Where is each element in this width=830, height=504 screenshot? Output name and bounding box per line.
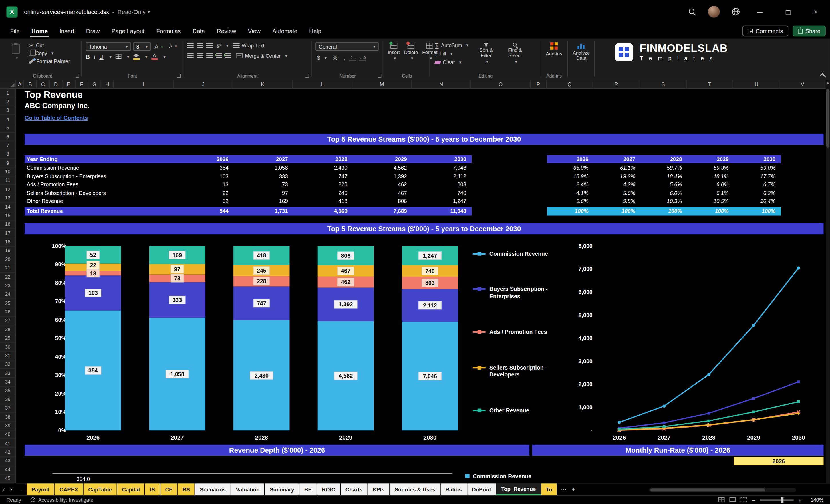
revenue-value-cell[interactable]: 740 bbox=[412, 190, 472, 196]
column-header-O[interactable]: O bbox=[471, 80, 531, 88]
total-revenue-value[interactable]: 7,689 bbox=[353, 208, 412, 214]
increase-indent-icon[interactable] bbox=[225, 54, 231, 58]
legend-item[interactable]: Ads / Promotion Fees bbox=[473, 329, 577, 336]
share-year-header-2026[interactable]: 2026 bbox=[547, 156, 594, 162]
merge-center-button[interactable]: Merge & Center▾ bbox=[234, 52, 289, 59]
year-header-2029[interactable]: 2029 bbox=[353, 156, 412, 162]
share-cell[interactable]: 17.7% bbox=[734, 173, 780, 179]
share-cell[interactable]: 61.1% bbox=[594, 165, 640, 171]
revenue-row-label[interactable]: Other Revenue bbox=[25, 198, 174, 204]
minimize-button[interactable] bbox=[752, 8, 768, 16]
underline-button[interactable]: U bbox=[99, 54, 103, 60]
copy-button[interactable]: Copy▾ bbox=[27, 50, 71, 57]
sheet-tab-dupont[interactable]: DuPont bbox=[467, 483, 496, 495]
more-sheets-icon[interactable]: ⋯ bbox=[557, 483, 569, 495]
ribbon-tab-help[interactable]: Help bbox=[304, 24, 327, 38]
share-cell[interactable]: 9.6% bbox=[547, 198, 594, 204]
revenue-value-cell[interactable]: 806 bbox=[353, 198, 412, 204]
font-dialog-launcher[interactable] bbox=[177, 74, 181, 77]
section-banner-revenue-streams-table[interactable]: Top 5 Revenue Streams ($'000) - 5 years … bbox=[25, 133, 823, 145]
revenue-row-label[interactable]: Sellers Subscription - Developers bbox=[25, 190, 174, 196]
fill-button[interactable]: ↓Fill▾ bbox=[433, 50, 470, 57]
share-total-cell[interactable]: 100% bbox=[594, 208, 640, 214]
close-button[interactable]: × bbox=[807, 8, 823, 16]
decrease-indent-icon[interactable] bbox=[216, 54, 222, 58]
column-header-V[interactable]: V bbox=[780, 80, 825, 88]
insert-cells-button[interactable]: Insert▾ bbox=[386, 42, 401, 63]
comments-button[interactable]: Comments bbox=[742, 26, 788, 36]
sheet-tab-to[interactable]: To bbox=[541, 483, 557, 495]
row-header-19[interactable]: 19 bbox=[0, 247, 15, 255]
share-cell[interactable]: 10.5% bbox=[687, 198, 734, 204]
sheet-tab-bs[interactable]: BS bbox=[178, 483, 195, 495]
revenue-value-cell[interactable]: 169 bbox=[234, 198, 293, 204]
ribbon-tab-home[interactable]: Home bbox=[26, 24, 54, 38]
row-header-24[interactable]: 24 bbox=[0, 290, 15, 299]
report-title[interactable]: Top Revenue bbox=[25, 89, 83, 100]
revenue-value-cell[interactable]: 73 bbox=[234, 181, 293, 187]
vertical-scrollbar-thumb[interactable] bbox=[826, 89, 829, 148]
share-year-header-2028[interactable]: 2028 bbox=[641, 156, 687, 162]
vertical-scrollbar[interactable] bbox=[826, 80, 830, 483]
revenue-value-cell[interactable]: 2,430 bbox=[293, 165, 353, 171]
revenue-value-cell[interactable]: 354 bbox=[174, 165, 234, 171]
user-avatar[interactable] bbox=[708, 6, 720, 18]
ribbon-tab-automate[interactable]: Automate bbox=[266, 24, 303, 38]
column-header-F[interactable]: F bbox=[75, 80, 88, 88]
find-select-button[interactable]: Find & Select▾ bbox=[502, 42, 528, 66]
sheet-tab-ratios[interactable]: Ratios bbox=[441, 483, 467, 495]
orientation-icon[interactable]: ab bbox=[215, 42, 222, 49]
align-left-icon[interactable] bbox=[187, 54, 193, 58]
revenue-value-cell[interactable]: 97 bbox=[234, 190, 293, 196]
row-header-15[interactable]: 15 bbox=[0, 211, 15, 220]
column-header-H[interactable]: H bbox=[101, 80, 114, 88]
column-header-E[interactable]: E bbox=[63, 80, 75, 88]
share-cell[interactable]: 18.1% bbox=[687, 173, 734, 179]
column-header-L[interactable]: L bbox=[293, 80, 352, 88]
page-layout-view-button[interactable] bbox=[730, 497, 736, 502]
normal-view-button[interactable] bbox=[718, 497, 725, 502]
scroll-up-icon[interactable]: ▲ bbox=[826, 81, 829, 84]
share-cell[interactable]: 59.3% bbox=[687, 165, 734, 171]
zoom-level[interactable]: 140% bbox=[806, 497, 824, 503]
paste-button[interactable]: ▾ bbox=[7, 42, 24, 65]
revenue-value-cell[interactable]: 7,046 bbox=[412, 165, 472, 171]
ribbon-tab-formulas[interactable]: Formulas bbox=[151, 24, 187, 38]
ribbon-tab-file[interactable]: File bbox=[4, 24, 26, 38]
revenue-value-cell[interactable]: 103 bbox=[174, 173, 234, 179]
align-middle-icon[interactable] bbox=[197, 43, 203, 48]
decrease-font-button[interactable]: A▼ bbox=[167, 43, 179, 50]
row-header-16[interactable]: 16 bbox=[0, 220, 15, 229]
sheet-tab-valuation[interactable]: Valuation bbox=[231, 483, 264, 495]
column-header-T[interactable]: T bbox=[687, 80, 733, 88]
share-button[interactable]: Share bbox=[793, 26, 826, 36]
collapse-ribbon-icon[interactable] bbox=[820, 73, 826, 79]
revenue-value-cell[interactable]: 2,112 bbox=[412, 173, 472, 179]
section-banner-revenue-depth[interactable]: Revenue Depth ($'000) - 2026 bbox=[25, 444, 530, 456]
row-header-4[interactable]: 4 bbox=[0, 115, 15, 124]
row-header-7[interactable]: 7 bbox=[0, 141, 15, 150]
share-cell[interactable]: 6.0% bbox=[641, 190, 687, 196]
row-header-38[interactable]: 38 bbox=[0, 413, 15, 421]
year-header-2027[interactable]: 2027 bbox=[234, 156, 293, 162]
revenue-value-cell[interactable]: 228 bbox=[293, 181, 353, 187]
share-cell[interactable]: 6.0% bbox=[687, 181, 734, 187]
revenue-row-label[interactable]: Buyers Subscription - Enterprises bbox=[25, 173, 174, 179]
row-header-43[interactable]: 43 bbox=[0, 456, 15, 465]
row-header-14[interactable]: 14 bbox=[0, 202, 15, 211]
ribbon-tab-insert[interactable]: Insert bbox=[54, 24, 81, 38]
table-of-contents-link[interactable]: Go to Table of Contents bbox=[25, 115, 88, 121]
row-header-39[interactable]: 39 bbox=[0, 421, 15, 431]
revenue-value-cell[interactable]: 13 bbox=[174, 181, 234, 187]
revenue-value-cell[interactable]: 467 bbox=[353, 190, 412, 196]
revenue-value-cell[interactable]: 1,058 bbox=[234, 165, 293, 171]
total-revenue-value[interactable]: 4,069 bbox=[293, 208, 353, 214]
maximize-button[interactable] bbox=[780, 8, 796, 16]
row-header-11[interactable]: 11 bbox=[0, 177, 15, 185]
row-header-13[interactable]: 13 bbox=[0, 194, 15, 203]
analyze-data-button[interactable]: Analyze Data bbox=[569, 41, 594, 62]
sheet-tab-top-revenue[interactable]: Top_Revenue bbox=[496, 483, 541, 495]
share-year-header-2030[interactable]: 2030 bbox=[734, 156, 780, 162]
globe-icon[interactable] bbox=[732, 7, 740, 16]
row-header-23[interactable]: 23 bbox=[0, 281, 15, 290]
